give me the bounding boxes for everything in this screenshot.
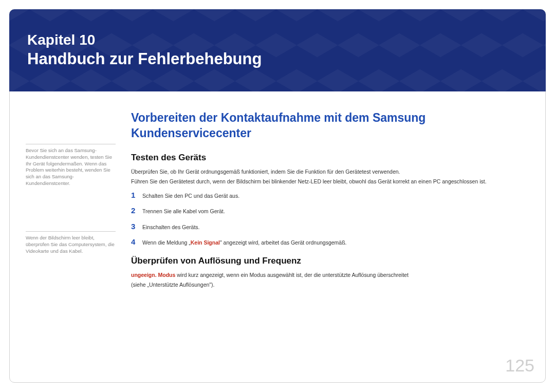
mode-rest: wird kurz angezeigt, wenn ein Modus ausg…: [175, 272, 409, 278]
step-number: 1: [131, 191, 142, 199]
section2-para2: (siehe „Unterstützte Auflösungen").: [131, 281, 534, 289]
step4-suffix: " angezeigt wird, arbeitet das Gerät ord…: [220, 239, 347, 246]
page-number: 125: [505, 356, 534, 376]
no-signal-label: Kein Signal: [191, 239, 220, 246]
steps-list: 1 Schalten Sie den PC und das Gerät aus.…: [131, 191, 534, 247]
step-text: Trennen Sie alle Kabel vom Gerät.: [142, 208, 225, 215]
main-heading: Vorbereiten der Kontaktaufnahme mit dem …: [131, 110, 534, 141]
chapter-label: Kapitel 10: [27, 32, 546, 48]
chapter-title: Handbuch zur Fehlerbehebung: [27, 49, 546, 69]
step-text: Einschalten des Geräts.: [142, 223, 199, 231]
main-content: Vorbereiten der Kontaktaufnahme mit dem …: [131, 110, 534, 291]
section2-para1: ungeeign. Modus wird kurz angezeigt, wen…: [131, 271, 534, 279]
sidebar-note-1: Bevor Sie sich an das Samsung-Kundendien…: [26, 144, 116, 187]
step-text: Schalten Sie den PC und das Gerät aus.: [142, 192, 239, 200]
step-row: 1 Schalten Sie den PC und das Gerät aus.: [131, 191, 534, 200]
section2-title: Überprüfen von Auflösung und Frequenz: [131, 256, 534, 266]
mode-label: ungeeign. Modus: [131, 272, 175, 278]
step-row: 2 Trennen Sie alle Kabel vom Gerät.: [131, 206, 534, 215]
step-row: 4 Wenn die Meldung „Kein Signal" angezei…: [131, 237, 534, 247]
section1-title: Testen des Geräts: [131, 153, 534, 163]
step-row: 3 Einschalten des Geräts.: [131, 222, 534, 231]
step-number: 2: [131, 206, 142, 215]
section1-para1: Überprüfen Sie, ob Ihr Gerät ordnungsgem…: [131, 168, 534, 176]
step4-prefix: Wenn die Meldung „: [142, 239, 191, 246]
step-text: Wenn die Meldung „Kein Signal" angezeigt…: [142, 239, 347, 247]
chapter-header: Kapitel 10 Handbuch zur Fehlerbehebung: [9, 9, 546, 91]
sidebar-note-2: Wenn der Bildschirm leer bleibt, überprü…: [26, 231, 116, 254]
step-number: 3: [131, 222, 142, 231]
step-number: 4: [131, 237, 142, 246]
section1-para2: Führen Sie den Gerätetest durch, wenn de…: [131, 178, 534, 185]
